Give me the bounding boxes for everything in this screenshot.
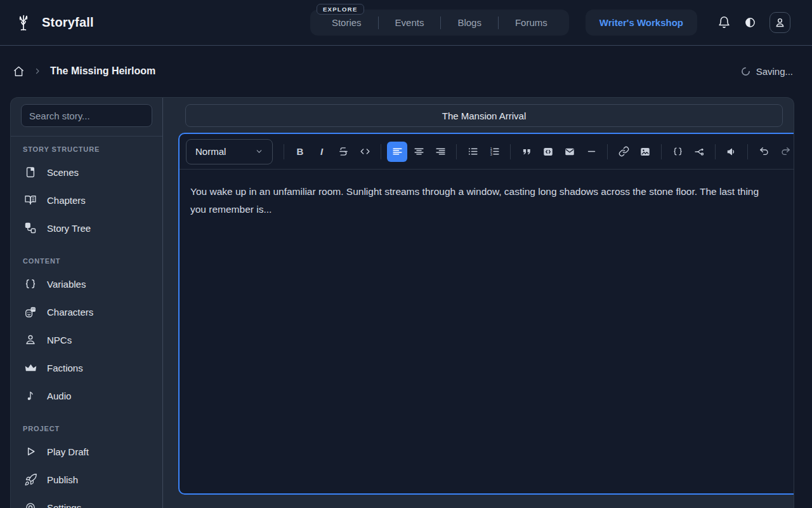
sidebar-item-story-tree[interactable]: Story Tree bbox=[21, 214, 152, 242]
music-note-icon bbox=[23, 389, 37, 403]
editor-toolbar: Normal B I bbox=[180, 134, 794, 170]
audio-button[interactable] bbox=[721, 142, 742, 162]
sidebar-item-scenes[interactable]: Scenes bbox=[21, 158, 152, 186]
toolbar-separator bbox=[456, 144, 457, 159]
bullet-list-icon bbox=[468, 146, 478, 157]
horizontal-rule-button[interactable] bbox=[581, 142, 601, 162]
masks-icon bbox=[23, 305, 37, 319]
sidebar-item-publish[interactable]: Publish bbox=[21, 465, 152, 493]
tree-logo-icon bbox=[14, 11, 33, 34]
blockquote-button[interactable] bbox=[516, 142, 537, 162]
sidebar-item-chapters[interactable]: Chapters bbox=[21, 186, 152, 214]
block-format-select[interactable]: Normal bbox=[186, 139, 273, 164]
braces-icon bbox=[23, 277, 37, 290]
link-button[interactable] bbox=[613, 142, 634, 162]
branch-button[interactable] bbox=[689, 142, 709, 162]
workflow-icon bbox=[23, 222, 37, 234]
nav-item-events[interactable]: Events bbox=[379, 10, 441, 36]
toolbar-separator bbox=[381, 144, 381, 159]
user-menu-button[interactable] bbox=[769, 12, 790, 33]
toolbar-separator bbox=[661, 144, 662, 159]
align-center-icon bbox=[414, 146, 424, 157]
branch-icon bbox=[693, 146, 705, 157]
redo-button[interactable] bbox=[775, 142, 794, 162]
horizontal-rule-icon bbox=[586, 146, 597, 157]
scene-title-input[interactable] bbox=[185, 104, 783, 127]
expand-button[interactable] bbox=[790, 109, 794, 122]
search-input[interactable] bbox=[21, 104, 152, 127]
svg-text:3: 3 bbox=[490, 152, 492, 156]
crown-icon bbox=[23, 361, 37, 375]
code-block-icon bbox=[542, 146, 554, 157]
person-icon bbox=[23, 333, 37, 346]
align-left-button[interactable] bbox=[387, 142, 407, 162]
code-icon bbox=[360, 146, 370, 157]
expand-icon bbox=[790, 109, 794, 122]
sun-moon-icon bbox=[743, 16, 757, 29]
brand[interactable]: Storyfall bbox=[14, 11, 94, 34]
sidebar-item-settings[interactable]: Settings bbox=[21, 493, 152, 508]
save-status: Saving... bbox=[741, 66, 793, 77]
divider bbox=[11, 136, 162, 137]
rich-text-editor: Normal B I bbox=[178, 133, 794, 495]
writers-workshop-button[interactable]: Writer's Workshop bbox=[586, 10, 697, 36]
section-content: CONTENT bbox=[23, 257, 152, 265]
chevron-right-icon bbox=[34, 67, 41, 75]
rocket-icon bbox=[23, 473, 37, 486]
toolbar-separator bbox=[510, 144, 511, 159]
section-story-structure: STORY STRUCTURE bbox=[23, 145, 152, 153]
toolbar-separator bbox=[715, 144, 716, 159]
sidebar: STORY STRUCTURE Scenes Chapters bbox=[11, 98, 163, 508]
sidebar-item-characters[interactable]: Characters bbox=[21, 298, 152, 326]
sidebar-item-factions[interactable]: Factions bbox=[21, 354, 152, 382]
sidebar-item-audio[interactable]: Audio bbox=[21, 382, 152, 410]
bell-icon bbox=[717, 16, 731, 29]
bold-icon: B bbox=[297, 146, 304, 157]
align-right-button[interactable] bbox=[430, 142, 450, 162]
bullet-list-button[interactable] bbox=[462, 142, 483, 162]
breadcrumb: The Missing Heirloom Saving... bbox=[0, 46, 812, 97]
main-nav: EXPLORE Stories Events Blogs Forums bbox=[310, 10, 569, 36]
mail-icon bbox=[564, 146, 575, 157]
strikethrough-button[interactable] bbox=[333, 142, 353, 162]
theme-toggle-button[interactable] bbox=[743, 16, 757, 29]
toolbar-separator bbox=[284, 144, 284, 159]
sidebar-item-play-draft[interactable]: Play Draft bbox=[21, 438, 152, 465]
link-icon bbox=[619, 146, 629, 157]
user-icon bbox=[774, 17, 786, 29]
home-icon[interactable] bbox=[13, 65, 25, 77]
sidebar-item-variables[interactable]: Variables bbox=[21, 270, 152, 298]
sidebar-item-npcs[interactable]: NPCs bbox=[21, 326, 152, 354]
nav-item-blogs[interactable]: Blogs bbox=[441, 10, 498, 36]
toolbar-separator bbox=[747, 144, 748, 159]
book-open-icon bbox=[23, 194, 37, 206]
story-title: The Missing Heirloom bbox=[50, 65, 155, 77]
italic-icon: I bbox=[320, 146, 323, 157]
editor-text-area[interactable]: You wake up in an unfamiliar room. Sunli… bbox=[180, 170, 794, 493]
notifications-button[interactable] bbox=[717, 16, 731, 29]
redo-icon bbox=[780, 146, 791, 157]
align-right-icon bbox=[435, 146, 446, 157]
mail-button[interactable] bbox=[560, 142, 580, 162]
speaker-icon bbox=[726, 146, 737, 157]
insert-variable-button[interactable] bbox=[667, 142, 688, 162]
nav-item-forums[interactable]: Forums bbox=[499, 10, 564, 36]
brand-title: Storyfall bbox=[42, 15, 94, 30]
undo-button[interactable] bbox=[754, 142, 774, 162]
ordered-list-button[interactable]: 1 2 3 bbox=[484, 142, 504, 162]
bold-button[interactable]: B bbox=[290, 142, 310, 162]
image-button[interactable] bbox=[635, 142, 655, 162]
top-navbar: Storyfall EXPLORE Stories Events Blogs F… bbox=[0, 0, 812, 46]
italic-button[interactable]: I bbox=[311, 142, 332, 162]
toolbar-separator bbox=[607, 144, 608, 159]
note-icon bbox=[23, 165, 37, 179]
editor-area: Normal B I bbox=[163, 98, 794, 508]
align-left-icon bbox=[392, 146, 403, 157]
save-status-text: Saving... bbox=[756, 66, 793, 77]
code-block-button[interactable] bbox=[538, 142, 558, 162]
inline-code-button[interactable] bbox=[355, 142, 375, 162]
align-center-button[interactable] bbox=[409, 142, 429, 162]
story-paragraph: You wake up in an unfamiliar room. Sunli… bbox=[190, 183, 764, 218]
explore-badge: EXPLORE bbox=[317, 4, 364, 15]
braces-icon bbox=[672, 146, 683, 157]
